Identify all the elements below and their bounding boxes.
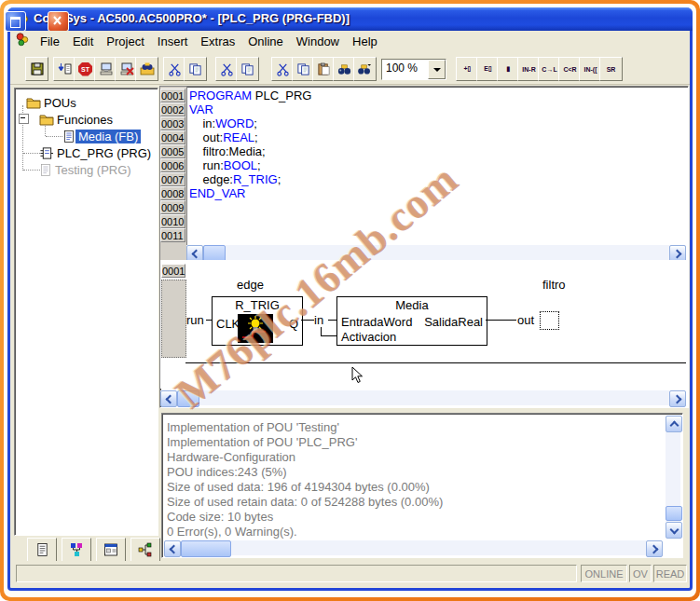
scroll-right-icon	[672, 249, 681, 258]
zoom-combobox[interactable]: 100 %	[381, 59, 446, 80]
scroll-right-button[interactable]	[646, 540, 663, 557]
find-next-icon	[358, 62, 372, 76]
statusbar: ONLINE OV READ	[10, 561, 690, 583]
log-line: Size of used data: 196 of 4194304 bytes …	[167, 480, 430, 494]
media-block[interactable]: Media EntradaWord Activacion SalidaReal	[336, 296, 487, 346]
rtrig-title: R_TRIG	[213, 298, 302, 312]
message-window[interactable]: Implementation of POU 'Testing' Implemen…	[161, 413, 683, 558]
wire	[321, 335, 336, 336]
save-button[interactable]	[25, 57, 48, 81]
menubar: File Edit Project Insert Extras Online W…	[10, 31, 690, 53]
framed-screenshot: CoDeSys - AC500.AC500PRO* - [PLC_PRG (PR…	[0, 0, 700, 601]
network-margin[interactable]	[161, 280, 186, 358]
line-number: 0006	[160, 158, 185, 172]
maximize-button[interactable]	[5, 11, 26, 32]
scroll-down-icon	[669, 525, 679, 534]
copy-icon	[188, 62, 202, 76]
scrollbar-thumb[interactable]	[181, 540, 231, 557]
codesys-window: CoDeSys - AC500.AC500PRO* - [PLC_PRG (PR…	[7, 7, 693, 591]
menu-help[interactable]: Help	[346, 33, 384, 50]
window-titlebar: CoDeSys - AC500.AC500PRO* - [PLC_PRG (PR…	[7, 7, 693, 31]
find-icon	[337, 62, 351, 76]
function-block-icon	[39, 146, 54, 160]
scrollbar-thumb[interactable]	[666, 506, 682, 521]
close-icon	[48, 12, 66, 29]
scroll-right-button[interactable]	[669, 390, 686, 407]
st-stop-icon: ST	[78, 62, 92, 76]
library-button[interactable]	[135, 57, 158, 81]
output-placeholder-box[interactable]	[540, 311, 559, 330]
tree-item-media[interactable]: Media (FB)	[62, 129, 141, 143]
tree-line	[46, 136, 62, 138]
declaration-hscrollbar[interactable]	[186, 245, 686, 260]
line-number: 0005	[160, 144, 185, 158]
copy-button-2[interactable]	[236, 57, 259, 81]
scroll-right-icon	[649, 544, 658, 553]
scroll-left-button[interactable]	[164, 540, 181, 557]
tab-visualizations[interactable]	[96, 538, 126, 562]
tree-item-funciones[interactable]: Funciones	[39, 112, 116, 127]
find-next-button[interactable]	[353, 57, 377, 81]
cut-icon	[220, 62, 234, 76]
scroll-up-button[interactable]	[666, 416, 682, 432]
folder-icon	[26, 96, 41, 109]
copy-button[interactable]	[184, 57, 207, 81]
code-line: out:REAL;	[189, 130, 258, 144]
tree-item-pous[interactable]: POUs	[26, 95, 79, 110]
log-hscrollbar[interactable]	[164, 540, 663, 555]
mdi-document-icon[interactable]	[16, 33, 30, 50]
menu-online[interactable]: Online	[241, 33, 290, 50]
line-number: 0011	[160, 228, 185, 242]
tab-pous[interactable]	[27, 538, 57, 562]
tab-data-types[interactable]	[62, 538, 91, 562]
scrollbar-thumb[interactable]	[177, 390, 199, 407]
scroll-left-button[interactable]	[160, 390, 177, 407]
cut-icon	[168, 62, 182, 76]
var-in[interactable]: in	[314, 313, 323, 327]
menu-extras[interactable]: Extras	[194, 33, 241, 50]
scroll-up-icon	[669, 420, 679, 430]
menu-insert[interactable]: Insert	[151, 33, 195, 50]
fbd-editor[interactable]: 0001 0002 0003 0004 0005 0006 0007 0008 …	[159, 86, 689, 408]
download-icon	[58, 61, 73, 76]
pou-tree-panel[interactable]: POUs Funciones Media (FB) PLC_PRG (PRG) …	[14, 88, 158, 536]
menu-window[interactable]: Window	[290, 33, 346, 50]
mouse-cursor	[351, 366, 364, 385]
document-icon	[62, 130, 75, 143]
tree-item-testing[interactable]: Testing (PRG)	[39, 162, 134, 177]
menu-edit[interactable]: Edit	[66, 33, 100, 50]
rtrig-block[interactable]: R_TRIG CLK Q	[212, 296, 303, 346]
save-icon	[30, 61, 45, 76]
fbd-set-reset-button[interactable]: SR	[599, 57, 623, 81]
collapse-box-icon[interactable]	[19, 114, 29, 124]
wire	[328, 320, 336, 321]
menu-file[interactable]: File	[34, 33, 66, 50]
wire	[486, 320, 516, 321]
code-line: VAR	[189, 102, 213, 116]
fbd-canvas[interactable]: 0001 edge R_TRIG CLK Q run	[160, 260, 686, 389]
scroll-down-button[interactable]	[666, 522, 682, 539]
line-number: 0001	[160, 89, 185, 102]
line-number: 0008	[160, 186, 185, 200]
log-line: Size of used retain data: 0 of 524288 by…	[167, 495, 443, 509]
instance-label-edge: edge	[237, 278, 264, 292]
log-vscrollbar[interactable]	[666, 416, 680, 539]
tab-resources[interactable]	[130, 538, 160, 562]
zoom-value: 100 %	[382, 60, 428, 79]
scroll-left-icon	[169, 544, 178, 553]
close-button[interactable]	[48, 11, 69, 32]
chevron-down-icon	[433, 68, 441, 75]
var-run[interactable]: run	[186, 313, 204, 327]
log-line: POU indices:243 (5%)	[167, 465, 287, 479]
tree-item-plc-prg[interactable]: PLC_PRG (PRG)	[39, 145, 154, 160]
wire	[206, 320, 212, 321]
media-input-entradaword: EntradaWord	[341, 315, 412, 329]
log-line: Hardware-Configuration	[167, 450, 295, 464]
logout-icon	[119, 61, 134, 76]
menu-project[interactable]: Project	[100, 33, 150, 50]
line-number: 0009	[160, 200, 185, 214]
var-out[interactable]: out	[517, 313, 534, 327]
fbd-hscrollbar[interactable]	[160, 390, 686, 405]
zoom-dropdown-button[interactable]	[428, 60, 446, 79]
tree-line	[23, 153, 40, 155]
